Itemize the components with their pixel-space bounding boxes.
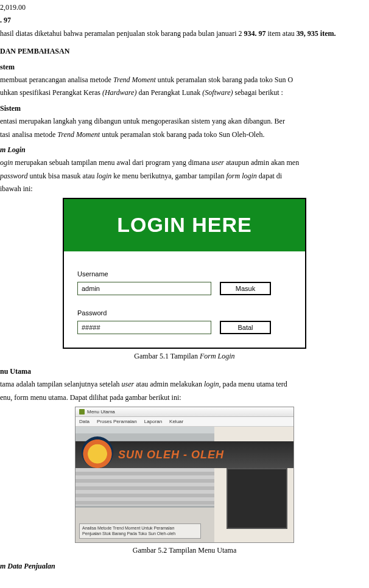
text-run: Trend Moment — [113, 75, 156, 84]
paragraph-formlogin-3: ibawah ini: — [0, 184, 369, 194]
overlay-line-2: Penjualan Stok Barang Pada Toko Sun Oleh… — [82, 531, 198, 536]
text-run: uhkan spesifikasi Perangkat Keras — [0, 88, 102, 97]
menu-background-image: SUN OLEH - OLEH Analisa Metode Trend Mom… — [76, 427, 293, 542]
figure-menu-utama: Menu Utama Data Proses Peramalan Laporan… — [75, 407, 294, 543]
figure-form-login: LOGIN HERE Username Masuk Password Batal — [63, 198, 306, 348]
paragraph-menuutama-1: tama adalah tampilan selanjutnya setelah… — [0, 379, 369, 390]
shop-door — [227, 468, 287, 529]
text-run: hasil diatas diketahui bahwa peramalan p… — [0, 29, 242, 38]
heading-menu-utama: nu Utama — [0, 366, 369, 377]
text-run: atau admin melakukan — [136, 380, 204, 388]
paragraph-impl-1: entasi merupakan langkah yang dibangun u… — [0, 116, 369, 127]
window-titlebar: Menu Utama — [76, 407, 293, 417]
text-run: password — [0, 172, 30, 180]
masuk-button[interactable]: Masuk — [220, 282, 271, 295]
text-run: membuat perancangan analisa metode — [0, 75, 113, 84]
text-run: 934. 97 — [244, 29, 266, 38]
login-banner: LOGIN HERE — [64, 199, 305, 251]
caption-fig-5-2: Gambar 5.2 Tampilan Menu Utama — [0, 545, 369, 556]
text-run: tasi analisa metode — [0, 130, 57, 139]
text-run: 39, 935 item. — [297, 29, 336, 38]
paragraph-sistem-1: membuat perancangan analisa metode Trend… — [0, 75, 369, 85]
text-run: (Software) — [202, 88, 233, 97]
text-run: dapat di — [259, 172, 282, 180]
text-run: user — [211, 158, 224, 167]
shop-sign-text: SUN OLEH - OLEH — [118, 447, 224, 463]
login-body: Username Masuk Password Batal — [64, 251, 305, 348]
text-run: Gambar 5.1 Tampilan — [134, 352, 200, 360]
text-run: ke menu berikutnya, gambar tampilan — [113, 172, 226, 180]
text-run: login — [97, 172, 112, 180]
text-run: tama adalah tampilan selanjutnya setelah — [0, 380, 122, 388]
text-run: merupakan sebuah tampilan menu awal dari… — [15, 158, 211, 167]
text-run: untuk peramalan stok barang pada toko Su… — [102, 130, 264, 139]
text-run: ogin — [0, 158, 13, 167]
text-run: (Hardware) — [102, 88, 136, 97]
username-label: Username — [77, 270, 211, 279]
password-input[interactable] — [77, 321, 211, 334]
text-run: pada menu utama terd — [223, 380, 287, 388]
overlay-line-1: Analisa Metode Trend Moment Untuk Perama… — [82, 526, 198, 531]
text-run: untuk bisa masuk atau — [30, 172, 97, 180]
text-line: 2,019.00 — [0, 2, 369, 13]
menu-item-proses-peramalan[interactable]: Proses Peramalan — [97, 418, 137, 425]
caption-fig-5-1: Gambar 5.1 Tampilan Form Login — [0, 351, 369, 362]
menu-item-laporan[interactable]: Laporan — [144, 418, 162, 425]
text-run: untuk peramalan stok barang pada toko Su… — [158, 75, 293, 84]
shop-logo-icon — [82, 436, 113, 468]
text-run: dan Perangkat Lunak — [138, 88, 202, 97]
paragraph-result: hasil diatas diketahui bahwa peramalan p… — [0, 29, 369, 39]
paragraph-impl-2: tasi analisa metode Trend Moment untuk p… — [0, 130, 369, 140]
text-run: sebagai berikut : — [235, 88, 283, 97]
text-run: form login — [227, 172, 257, 180]
overlay-caption-box: Analisa Metode Trend Moment Untuk Perama… — [79, 523, 201, 539]
text-run: login, — [204, 380, 221, 388]
text-run: user — [122, 380, 135, 388]
batal-button[interactable]: Batal — [220, 321, 271, 334]
menu-item-keluar[interactable]: Keluar — [169, 418, 183, 425]
text-run: ataupun admin akan men — [226, 158, 299, 167]
username-input[interactable] — [77, 282, 211, 295]
heading-sistem: stem — [0, 62, 369, 72]
password-label: Password — [77, 309, 211, 318]
app-icon — [79, 409, 85, 415]
text-run: item atau — [268, 29, 297, 38]
paragraph-sistem-2: uhkan spesifikasi Perangkat Keras (Hardw… — [0, 88, 369, 98]
menu-item-data[interactable]: Data — [79, 418, 90, 425]
paragraph-menuutama-2: enu, form menu utama. Dapat dilihat pada… — [0, 393, 369, 403]
paragraph-formlogin-2: password untuk bisa masuk atau login ke … — [0, 171, 369, 181]
shop-shutter — [76, 468, 214, 506]
text-run: Form Login — [200, 352, 235, 360]
window-menubar: Data Proses Peramalan Laporan Keluar — [76, 417, 293, 427]
heading-form-login: m Login — [0, 145, 369, 155]
text-run: Trend Moment — [57, 130, 100, 139]
window-title: Menu Utama — [87, 408, 115, 416]
paragraph-formlogin-1: ogin merupakan sebuah tampilan menu awal… — [0, 158, 369, 168]
heading-data-penjualan: m Data Penjualan — [0, 561, 369, 572]
heading-dan-pembahasan: DAN PEMBAHASAN — [0, 46, 369, 57]
heading-impl-sistem: Sistem — [0, 103, 369, 114]
text-line: . 97 — [0, 15, 369, 26]
